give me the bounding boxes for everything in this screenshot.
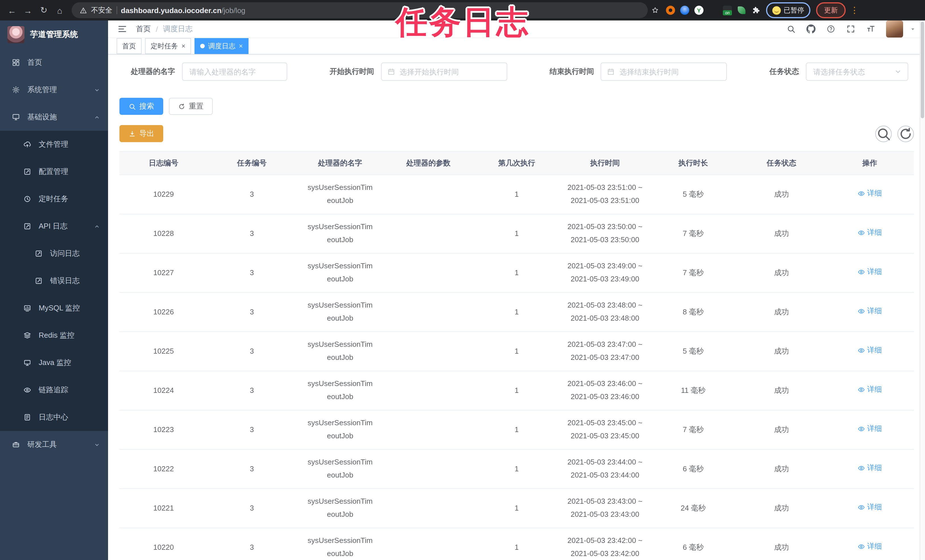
tab-定时任务[interactable]: 定时任务× bbox=[145, 38, 191, 54]
table-row: 102223sysUserSessionTimeoutJob12021-05-0… bbox=[119, 449, 914, 489]
sidebar-item-label: 日志中心 bbox=[39, 412, 68, 422]
search-button[interactable]: 搜索 bbox=[119, 98, 163, 115]
sidebar-item[interactable]: API 日志 bbox=[0, 213, 108, 240]
refresh-table-icon[interactable] bbox=[898, 125, 914, 142]
ext-blue-icon[interactable] bbox=[680, 6, 689, 15]
profile-paused-badge[interactable]: 已暂停 bbox=[766, 2, 811, 18]
collapse-sidebar-icon[interactable] bbox=[117, 24, 127, 34]
app-logo[interactable]: 芋道管理系统 bbox=[0, 21, 108, 49]
begin-time-field[interactable] bbox=[398, 67, 501, 77]
bookmark-star-icon[interactable] bbox=[651, 6, 659, 14]
sidebar-item[interactable]: 访问日志 bbox=[0, 240, 108, 267]
column-header: 任务状态 bbox=[737, 152, 826, 175]
cell-duration: 7 毫秒 bbox=[649, 214, 737, 253]
detail-link[interactable]: 详细 bbox=[857, 265, 882, 278]
logcenter-icon bbox=[23, 413, 31, 421]
sidebar-item[interactable]: Java 监控 bbox=[0, 349, 108, 376]
user-avatar[interactable] bbox=[886, 21, 903, 38]
column-header: 日志编号 bbox=[119, 152, 208, 175]
detail-link[interactable]: 详细 bbox=[857, 344, 882, 357]
cell-exec-index: 1 bbox=[473, 371, 561, 410]
toggle-search-icon[interactable] bbox=[875, 125, 892, 142]
back-icon[interactable]: ← bbox=[5, 3, 20, 18]
sidebar-item[interactable]: 系统管理 bbox=[0, 76, 108, 104]
tab-首页[interactable]: 首页 bbox=[117, 38, 142, 54]
cell-duration: 24 毫秒 bbox=[649, 489, 737, 528]
eye-icon bbox=[857, 190, 865, 197]
ext-on-icon[interactable]: on bbox=[723, 6, 732, 15]
question-icon[interactable] bbox=[826, 24, 835, 33]
cell-task-id: 3 bbox=[208, 410, 296, 449]
browser-menu-icon[interactable]: ⋮ bbox=[850, 5, 859, 15]
status-field[interactable] bbox=[812, 67, 890, 77]
cell-exec-index: 1 bbox=[473, 528, 561, 560]
fullscreen-icon[interactable] bbox=[846, 24, 855, 33]
cell-handler: sysUserSessionTimeoutJob bbox=[296, 214, 384, 253]
sidebar-item[interactable]: 日志中心 bbox=[0, 403, 108, 431]
handler-name-input[interactable] bbox=[182, 63, 287, 81]
tab-调度日志[interactable]: 调度日志× bbox=[194, 38, 249, 54]
eye-icon bbox=[857, 229, 865, 236]
github-icon[interactable] bbox=[806, 24, 815, 33]
table-toolbar: 导出 bbox=[119, 125, 914, 142]
detail-link[interactable]: 详细 bbox=[857, 383, 882, 396]
sidebar-item[interactable]: 基础设施 bbox=[0, 104, 108, 131]
sidebar-item[interactable]: MySQL 监控 bbox=[0, 295, 108, 322]
cell-status: 成功 bbox=[737, 292, 826, 332]
search-icon[interactable] bbox=[786, 24, 795, 33]
cell-exec-time: 2021-05-03 23:49:00 ~2021-05-03 23:49:00 bbox=[561, 253, 649, 292]
address-bar[interactable]: 不安全 dashboard.yudao.iocoder.cn/job/log bbox=[72, 2, 648, 18]
sidebar-item-label: Redis 监控 bbox=[39, 330, 74, 340]
security-label[interactable]: 不安全 bbox=[91, 5, 112, 15]
detail-link[interactable]: 详细 bbox=[857, 540, 882, 553]
detail-label: 详细 bbox=[867, 226, 882, 239]
sidebar-item[interactable]: 研发工具 bbox=[0, 431, 108, 458]
sidebar-item[interactable]: 定时任务 bbox=[0, 185, 108, 213]
sidebar-item-label: 基础设施 bbox=[27, 112, 57, 122]
home-icon[interactable]: ⌂ bbox=[52, 3, 67, 18]
ext-puzzle-icon[interactable] bbox=[751, 6, 760, 15]
cell-param bbox=[384, 528, 472, 560]
end-time-picker[interactable] bbox=[601, 63, 727, 81]
sidebar-item[interactable]: 链路追踪 bbox=[0, 376, 108, 403]
reload-icon[interactable]: ↻ bbox=[36, 3, 51, 18]
close-icon[interactable]: × bbox=[181, 43, 185, 50]
sidebar-item[interactable]: 文件管理 bbox=[0, 131, 108, 158]
font-size-icon[interactable] bbox=[866, 24, 875, 33]
status-select[interactable] bbox=[806, 63, 908, 81]
detail-link[interactable]: 详细 bbox=[857, 422, 882, 435]
ext-leaf-icon[interactable] bbox=[737, 6, 746, 15]
handler-name-field[interactable] bbox=[188, 67, 281, 77]
ext-y-icon[interactable]: Y bbox=[695, 6, 704, 15]
reset-button[interactable]: 重置 bbox=[169, 98, 213, 115]
forward-icon[interactable]: → bbox=[21, 3, 35, 18]
detail-link[interactable]: 详细 bbox=[857, 305, 882, 318]
api-log-icon bbox=[23, 222, 31, 230]
sidebar-item[interactable]: Redis 监控 bbox=[0, 322, 108, 349]
begin-time-picker[interactable] bbox=[381, 63, 507, 81]
cell-task-id: 3 bbox=[208, 449, 296, 489]
detail-link[interactable]: 详细 bbox=[857, 501, 882, 514]
breadcrumb-home[interactable]: 首页 bbox=[136, 24, 151, 34]
detail-link[interactable]: 详细 bbox=[857, 462, 882, 475]
cell-exec-time: 2021-05-03 23:50:00 ~2021-05-03 23:50:00 bbox=[561, 214, 649, 253]
sidebar-item[interactable]: 首页 bbox=[0, 49, 108, 76]
cell-exec-index: 1 bbox=[473, 292, 561, 332]
export-button[interactable]: 导出 bbox=[119, 125, 163, 142]
ext-grid-icon[interactable] bbox=[709, 6, 718, 15]
browser-update-button[interactable]: 更新 bbox=[816, 2, 846, 18]
page-scrollbar[interactable] bbox=[920, 21, 925, 560]
status-label: 任务状态 bbox=[770, 66, 799, 77]
close-icon[interactable]: × bbox=[239, 43, 243, 50]
access-log-icon bbox=[34, 250, 43, 257]
sidebar-item[interactable]: 配置管理 bbox=[0, 158, 108, 185]
caret-down-icon[interactable] bbox=[909, 26, 916, 32]
scrollbar-thumb[interactable] bbox=[921, 22, 924, 118]
ext-orange-icon[interactable] bbox=[666, 6, 675, 15]
sidebar-item[interactable]: 错误日志 bbox=[0, 267, 108, 295]
end-time-field[interactable] bbox=[618, 67, 721, 77]
detail-link[interactable]: 详细 bbox=[857, 226, 882, 239]
detail-link[interactable]: 详细 bbox=[857, 187, 882, 200]
browser-window: ← → ↻ ⌂ 不安全 dashboard.yudao.iocoder.cn/j… bbox=[0, 0, 925, 560]
cell-task-id: 3 bbox=[208, 371, 296, 410]
